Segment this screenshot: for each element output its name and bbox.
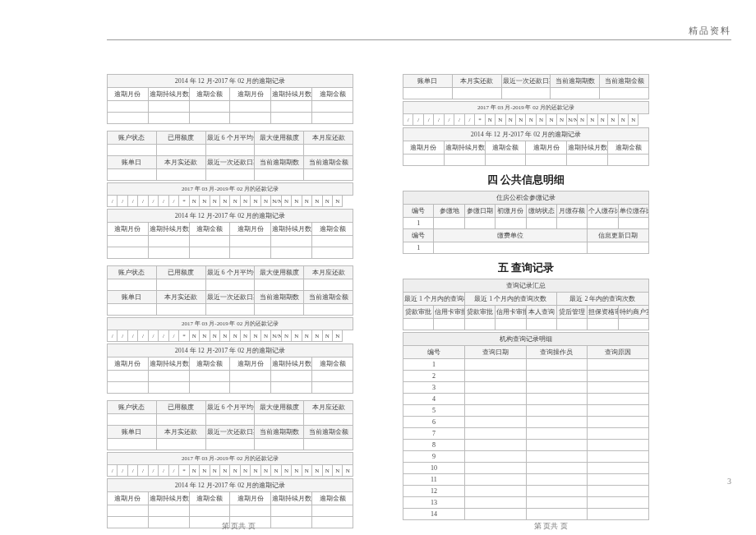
mark-cell: / (148, 330, 158, 342)
cell (526, 382, 588, 394)
page-left: 2014 年 12 月-2017 年 02 月的逾期记录 逾期月份 逾期持续月数… (107, 74, 353, 535)
cell (588, 382, 649, 394)
mark-cell: * (179, 196, 189, 207)
mark-cell: N (597, 114, 607, 126)
mark-cell: / (423, 114, 433, 126)
cell (588, 451, 649, 463)
mark-cell: N (322, 330, 332, 342)
mark-cell: N (251, 465, 260, 477)
mark-cell: / (127, 465, 137, 477)
col: 逾期金额 (312, 88, 353, 101)
col: 担保资格审查 (588, 306, 618, 319)
table-row: 11 (403, 474, 649, 486)
col: 逾期月份 (230, 492, 271, 505)
col: 逾期持续月数 (148, 223, 189, 236)
row-num: 5 (403, 405, 465, 417)
s5-sub: 查询记录汇总 (403, 279, 649, 293)
mark-cell: N (302, 330, 311, 342)
mark-cell: * (179, 330, 189, 342)
overdue-block: 2014 年 12 月-2017 年 02 月的逾期记录 逾期月份 逾期持续月数… (107, 344, 353, 394)
s5-detail-rows: 1234567891011121314 (403, 359, 649, 520)
mark-cell: / (403, 114, 413, 126)
mark-cell: N (260, 196, 270, 207)
table-row: 5 (403, 405, 649, 417)
col: 逾期金额 (608, 141, 649, 155)
cell (464, 417, 526, 428)
col: 个人缴存比例 (588, 205, 618, 218)
s5-detail: 机构查询记录明细 编号 查询日期 查询操作员 查询原因 123456789101… (403, 332, 649, 520)
mark-cell: N (505, 114, 515, 126)
col: 逾期月份 (108, 492, 149, 505)
col: 逾期持续月数 (148, 357, 189, 371)
table-row: 13 (403, 497, 649, 509)
col: 当前逾期金额 (304, 426, 353, 439)
col: 逾期月份 (230, 357, 271, 371)
s4-table: 住房公积金参缴记录 编号 参缴地 参缴日期 初缴月份 缴纳状态 月缴存额 个人缴… (403, 191, 649, 254)
cell (464, 509, 526, 520)
cell (588, 405, 649, 417)
table-row: 1 (403, 359, 649, 371)
col: 当前逾期期数 (255, 291, 304, 304)
mark-cell: / (159, 465, 168, 477)
mark-cell: N (189, 196, 199, 207)
repay-title: 2017 年 03 月-2019 年 02 月的还款记录 (403, 102, 649, 114)
cell (588, 509, 649, 520)
col: 当前逾期金额 (304, 291, 353, 304)
mark-cell: / (148, 196, 158, 207)
mark-cell: * (475, 114, 485, 126)
cell (588, 463, 649, 474)
mark-cell: N (618, 114, 628, 126)
mark-cell: / (434, 114, 444, 126)
col: 信息更新日期 (588, 229, 649, 242)
mark-cell: N (588, 114, 597, 126)
overdue-title: 2014 年 12 月-2017 年 02 月的逾期记录 (108, 75, 353, 88)
mark-cell: N (556, 114, 566, 126)
cell (588, 497, 649, 509)
mark-cell: / (168, 196, 178, 207)
col: 逾期金额 (189, 357, 230, 371)
mark-cell: / (464, 114, 474, 126)
cell (588, 371, 649, 382)
cell (464, 382, 526, 394)
section5-title: 五 查询记录 (403, 256, 649, 279)
row-num: 12 (403, 486, 465, 497)
col: 本月应还款 (304, 401, 353, 414)
mark-cell: N (200, 465, 210, 477)
col: 最近 6 个月平均使用额度 (205, 401, 255, 414)
col: 逾期月份 (230, 88, 271, 101)
mark-cell: N (577, 114, 587, 126)
table-row: 3 (403, 382, 649, 394)
col: 贷款审批 (464, 306, 495, 319)
cell (526, 371, 588, 382)
col: 本月应还款 (304, 131, 353, 145)
col: 逾期金额 (312, 492, 353, 505)
col: 逾期月份 (403, 141, 445, 155)
repay-block: 2017 年 03 月-2019 年 02 月的还款记录 ///////*NNN… (403, 101, 649, 126)
header-rule (107, 39, 731, 40)
cell (588, 428, 649, 440)
mark-cell: / (148, 465, 158, 477)
mark-cell: N (210, 465, 219, 477)
row-num: 7 (403, 428, 465, 440)
mark-cell: N (343, 465, 353, 477)
mark-cell: N (526, 114, 536, 126)
overdue-block: 2014 年 12 月-2017 年 02 月的逾期记录 逾期月份 逾期持续月数… (403, 127, 649, 166)
cell (464, 497, 526, 509)
overdue-title: 2014 年 12 月-2017 年 02 月的逾期记录 (403, 128, 649, 141)
mark-cell: N (271, 465, 281, 477)
cell (464, 428, 526, 440)
col: 最近一次还款日期 (205, 156, 255, 169)
cell (526, 417, 588, 428)
col: 当前逾期期数 (255, 156, 304, 169)
page-right: 账单日 本月实还款 最近一次还款日期 当前逾期期数 当前逾期金额 2017 年 … (403, 74, 649, 535)
repay-block: 2017 年 03 月-2019 年 02 月的还款记录 ///////*NNN… (107, 317, 353, 342)
footer-left: 第 页共 页 (222, 521, 256, 532)
mark-cell: / (138, 196, 148, 207)
col: 最近一次还款日期 (205, 291, 255, 304)
col: 逾期持续月数 (148, 88, 189, 101)
table-row: 9 (403, 451, 649, 463)
acct-block: 账户状态 已用额度 最近 6 个月平均使用额度 最大使用额度 本月应还款 账单日… (107, 400, 353, 450)
col: 缴纳状态 (526, 205, 556, 218)
col: 本月应还款 (304, 266, 353, 279)
mark-cell: N (628, 114, 638, 126)
